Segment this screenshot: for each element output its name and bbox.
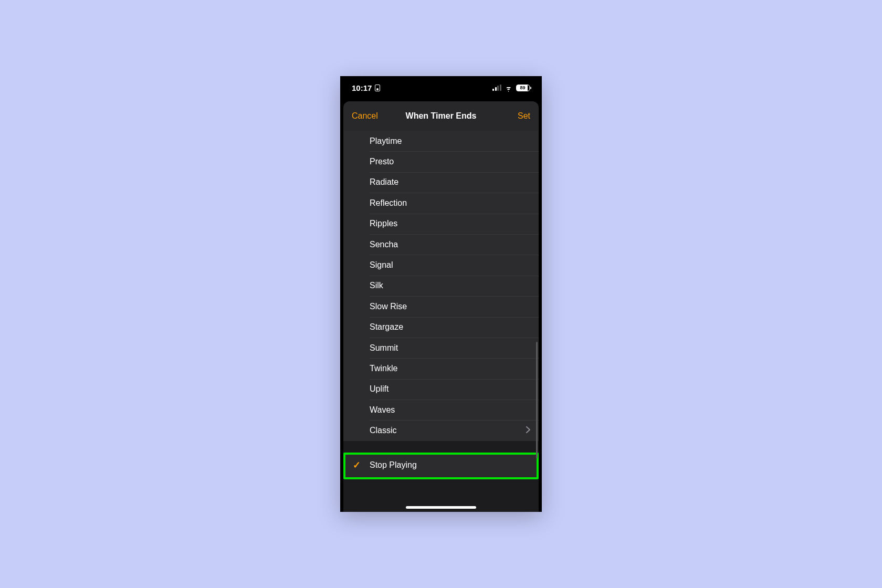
phone-frame: 10:17 89 Cancel When Timer Ends Set Play… bbox=[340, 76, 542, 512]
modal-sheet: Cancel When Timer Ends Set Playtime Pres… bbox=[343, 101, 539, 512]
sound-row-sencha[interactable]: Sencha bbox=[343, 234, 539, 255]
status-left: 10:17 bbox=[352, 83, 380, 92]
scrollbar[interactable] bbox=[536, 342, 538, 458]
sound-label: Ripples bbox=[370, 219, 397, 228]
checkmark-icon: ✓ bbox=[353, 459, 361, 471]
sound-row-signal[interactable]: Signal bbox=[343, 255, 539, 275]
stop-playing-label: Stop Playing bbox=[370, 460, 417, 470]
sound-row-silk[interactable]: Silk bbox=[343, 276, 539, 296]
sound-label: Reflection bbox=[370, 198, 407, 208]
sound-label: Waves bbox=[370, 405, 395, 415]
sound-label: Classic bbox=[370, 426, 397, 435]
status-time: 10:17 bbox=[352, 83, 372, 92]
sound-row-reflection[interactable]: Reflection bbox=[343, 193, 539, 213]
sound-row-radiate[interactable]: Radiate bbox=[343, 172, 539, 193]
id-card-icon bbox=[375, 85, 380, 91]
sound-label: Stargaze bbox=[370, 322, 403, 332]
battery-icon: 89 bbox=[516, 85, 532, 91]
set-button[interactable]: Set bbox=[518, 111, 530, 121]
sound-list[interactable]: Playtime Presto Radiate Reflection Rippl… bbox=[343, 131, 539, 512]
sound-label: Slow Rise bbox=[370, 302, 407, 311]
nav-bar: Cancel When Timer Ends Set bbox=[343, 101, 539, 131]
home-indicator[interactable] bbox=[406, 506, 476, 509]
sound-row-playtime[interactable]: Playtime bbox=[343, 131, 539, 151]
sound-label: Summit bbox=[370, 343, 398, 353]
cancel-button[interactable]: Cancel bbox=[352, 111, 378, 121]
dual-sim-signal-icon bbox=[492, 85, 501, 91]
status-bar: 10:17 89 bbox=[340, 76, 542, 99]
sound-row-waves[interactable]: Waves bbox=[343, 400, 539, 420]
sound-label: Twinkle bbox=[370, 364, 397, 373]
sound-label: Radiate bbox=[370, 177, 398, 187]
stop-playing-row[interactable]: ✓ Stop Playing bbox=[343, 453, 539, 478]
sound-label: Uplift bbox=[370, 384, 388, 394]
sound-row-classic[interactable]: Classic bbox=[343, 420, 539, 440]
sound-label: Silk bbox=[370, 281, 383, 290]
sound-row-summit[interactable]: Summit bbox=[343, 338, 539, 358]
sound-label: Signal bbox=[370, 260, 393, 270]
status-right: 89 bbox=[492, 85, 531, 91]
sound-label: Playtime bbox=[370, 136, 402, 146]
sound-label: Presto bbox=[370, 157, 394, 166]
sound-group: Playtime Presto Radiate Reflection Rippl… bbox=[343, 131, 539, 441]
sound-row-ripples[interactable]: Ripples bbox=[343, 214, 539, 234]
sound-row-presto[interactable]: Presto bbox=[343, 151, 539, 172]
chevron-right-icon bbox=[526, 426, 530, 435]
wifi-icon bbox=[505, 85, 513, 91]
battery-percent: 89 bbox=[520, 85, 525, 90]
sound-row-stargaze[interactable]: Stargaze bbox=[343, 317, 539, 338]
sound-label: Sencha bbox=[370, 240, 398, 249]
sound-row-uplift[interactable]: Uplift bbox=[343, 379, 539, 400]
sound-row-slow-rise[interactable]: Slow Rise bbox=[343, 296, 539, 317]
sound-row-twinkle[interactable]: Twinkle bbox=[343, 358, 539, 379]
stop-playing-group: ✓ Stop Playing bbox=[343, 453, 539, 478]
